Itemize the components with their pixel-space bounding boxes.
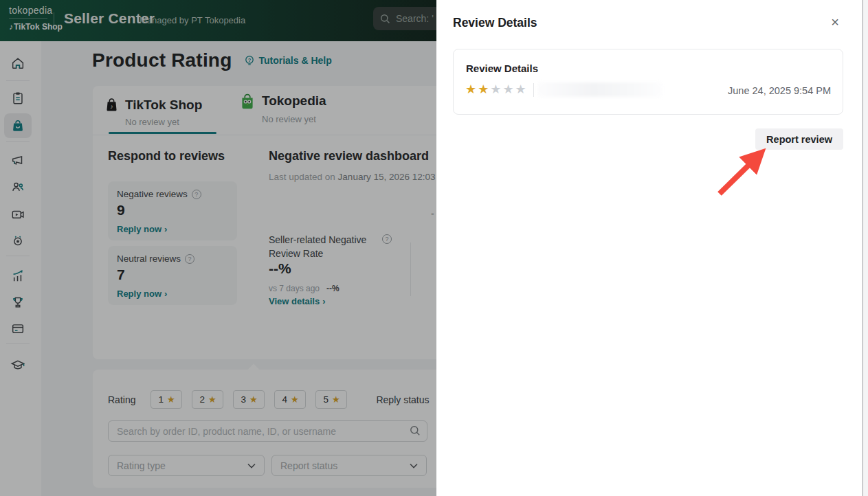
review-details-card: Review Details ★★★★★ June 24, 2025 9:54 … <box>453 49 843 115</box>
rating-divider <box>533 83 534 97</box>
star-empty-icon: ★ <box>515 82 528 96</box>
review-rating-row: ★★★★★ <box>465 82 663 98</box>
close-icon[interactable]: × <box>831 15 839 29</box>
star-rating: ★★★★★ <box>465 82 528 98</box>
star-filled-icon: ★ <box>465 82 478 96</box>
star-empty-icon: ★ <box>502 82 515 96</box>
drawer-title: Review Details <box>453 16 537 30</box>
annotation-arrow <box>710 139 779 204</box>
star-empty-icon: ★ <box>490 82 502 96</box>
review-card-title: Review Details <box>466 63 538 74</box>
scrollbar-track[interactable] <box>863 0 868 496</box>
review-details-drawer: Review Details × Review Details ★★★★★ Ju… <box>436 0 863 496</box>
star-filled-icon: ★ <box>478 82 490 96</box>
redacted-username <box>537 82 663 97</box>
review-date: June 24, 2025 9:54 PM <box>728 85 831 96</box>
